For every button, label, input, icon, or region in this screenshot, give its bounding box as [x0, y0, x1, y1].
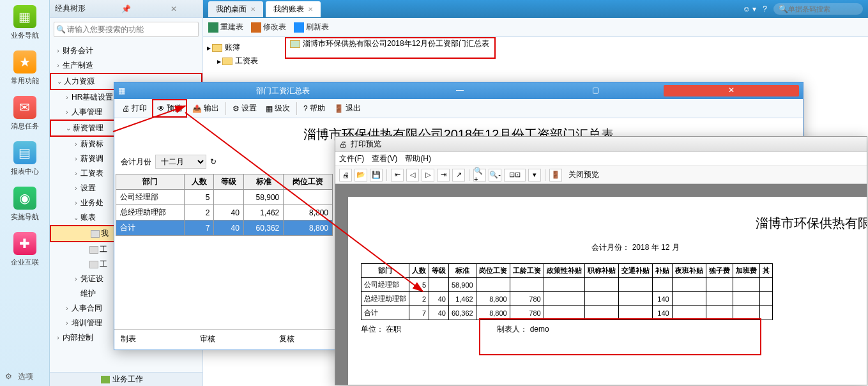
next-page-button[interactable]: ▷ — [422, 169, 434, 181]
options-link[interactable]: ⚙ 选项 — [5, 371, 33, 382]
cell: 780 — [510, 292, 544, 306]
cell — [759, 278, 772, 292]
cell — [706, 278, 733, 292]
chevron-icon: › — [72, 275, 80, 282]
print-button[interactable]: 🖨 — [339, 169, 352, 181]
maximize-button[interactable]: ▢ — [528, 85, 663, 96]
cell — [733, 278, 759, 292]
toolbar-button[interactable]: 🚪退出 — [330, 100, 365, 116]
tool-label: 输出 — [204, 103, 219, 114]
col-header: 人数 — [184, 174, 214, 190]
tree-header: 经典树形 📌 ✕ — [50, 0, 202, 18]
toolbar-button[interactable]: 修改表 — [251, 22, 286, 33]
menu-item[interactable]: 文件(F) — [339, 153, 364, 164]
nav-label: 常用功能 — [11, 76, 39, 86]
cell: 40 — [214, 205, 244, 220]
close-button[interactable]: ✕ — [664, 85, 799, 96]
nav-item[interactable]: ◉实施导航 — [0, 181, 49, 227]
cell: 60,362 — [243, 220, 283, 236]
toolbar-button[interactable]: 🖨打印 — [118, 100, 151, 116]
tree-title: 经典树形 — [55, 3, 102, 14]
nav-item[interactable]: ★常用功能 — [0, 45, 49, 91]
refresh-icon[interactable]: ↻ — [210, 157, 217, 166]
minimize-button[interactable]: — — [392, 85, 528, 96]
toolbar-button[interactable]: 刷新表 — [294, 22, 329, 33]
nav-item[interactable]: ✚企业互联 — [0, 227, 49, 272]
cell: 公司经理部 — [116, 190, 185, 205]
tab-label: 我的桌面 — [216, 4, 247, 15]
cell — [759, 306, 772, 320]
bottom-tab[interactable]: 业务工作 — [50, 372, 202, 386]
close-icon[interactable]: ✕ — [308, 6, 313, 13]
preview-menubar: 文件(F)查看(V)帮助(H) — [335, 152, 867, 166]
menu-item[interactable]: 帮助(H) — [405, 153, 431, 164]
col-header: 政策性补贴 — [544, 264, 584, 278]
fit-button[interactable]: ▾ — [528, 169, 541, 181]
tree-label: 工 — [100, 244, 107, 255]
barcode-search-input[interactable] — [788, 5, 868, 13]
nav-icon: ◉ — [13, 187, 36, 210]
help-icon[interactable]: ? — [763, 4, 767, 13]
toolbar-button[interactable]: 重建表 — [208, 22, 243, 33]
tool-icon: ? — [303, 104, 308, 113]
exit-button[interactable]: 🚪 — [549, 169, 562, 181]
close-icon[interactable]: ✕ — [150, 4, 197, 13]
toolbar-button[interactable]: ⚙设置 — [229, 100, 261, 116]
tree-item[interactable]: ›财务会计 — [50, 43, 202, 58]
user-icon[interactable]: ☺ ▾ — [743, 4, 757, 13]
cell: 2 — [184, 205, 214, 220]
doc-row[interactable]: 淄博市环保供热有限公司2018年12月份工资部门汇总表 — [290, 38, 489, 49]
toolbar-button[interactable]: 👁预览 — [152, 99, 187, 118]
tree-label: 业务处 — [80, 197, 103, 208]
prev-page-button[interactable]: ◁ — [406, 169, 419, 181]
pin-icon[interactable]: 📌 — [102, 4, 149, 13]
zoom-level[interactable]: ⊡⊡ — [504, 169, 526, 181]
chevron-icon: ⌄ — [64, 125, 73, 132]
status-make: 制表 — [121, 334, 136, 344]
tree-label: 薪资管理 — [73, 123, 103, 134]
doc-icon — [91, 230, 100, 238]
cell: 5 — [184, 190, 214, 205]
menu-item[interactable]: 查看(V) — [372, 153, 397, 164]
nav-label: 消息任务 — [11, 121, 39, 131]
status-audit: 审核 — [200, 334, 215, 344]
first-page-button[interactable]: ⇤ — [391, 169, 404, 181]
last-page-button[interactable]: ⇥ — [437, 169, 450, 181]
month-select[interactable]: 十二月 — [155, 155, 206, 169]
tree-search[interactable]: 🔍 — [54, 22, 199, 37]
open-button[interactable]: 📂 — [354, 169, 367, 181]
tool-label: 级次 — [275, 103, 290, 114]
tab[interactable]: 我的账表✕ — [266, 1, 321, 17]
search-input[interactable] — [67, 25, 198, 34]
tool-icon: 📤 — [192, 104, 202, 113]
tool-label: 退出 — [346, 103, 361, 114]
tab[interactable]: 我的桌面✕ — [208, 1, 263, 17]
doc-icon — [89, 246, 98, 254]
toolbar-button[interactable]: ?帮助 — [300, 100, 329, 116]
chevron-icon: ⌄ — [55, 78, 64, 85]
preview-table: 部门人数等级标准岗位工资工龄工资政策性补贴职称补贴交通补贴补贴夜班补贴独子费加班… — [361, 263, 773, 320]
tree-item[interactable]: ›生产制造 — [50, 58, 202, 73]
cell — [759, 292, 772, 306]
toolbar-button[interactable]: 📤输出 — [188, 100, 223, 116]
close-preview-link[interactable]: 关闭预览 — [568, 169, 599, 180]
cell — [584, 292, 618, 306]
nav-item[interactable]: ▤报表中心 — [0, 136, 49, 181]
toolbar-button[interactable]: ▦级次 — [262, 100, 294, 116]
close-icon[interactable]: ✕ — [250, 6, 255, 13]
col-header: 交通补贴 — [618, 264, 652, 278]
nav-label: 企业互联 — [11, 258, 39, 267]
nav-item[interactable]: ✉消息任务 — [0, 91, 49, 136]
nav-icon: ✚ — [13, 232, 36, 255]
zoom-out-button[interactable]: 🔍- — [489, 169, 501, 181]
tree-label: 人事合同 — [72, 303, 102, 314]
save-button[interactable]: 💾 — [370, 169, 383, 181]
nav-item[interactable]: ▦业务导航 — [0, 0, 49, 45]
nav-icon: ▦ — [13, 5, 36, 28]
tool-icon: 🖨 — [122, 104, 130, 113]
cell: 7 — [184, 220, 214, 236]
top-search[interactable]: 🔍 — [773, 3, 863, 15]
goto-button[interactable]: ↗ — [452, 169, 465, 181]
tool-label: 预览 — [167, 103, 182, 114]
zoom-in-button[interactable]: 🔍+ — [473, 169, 486, 181]
